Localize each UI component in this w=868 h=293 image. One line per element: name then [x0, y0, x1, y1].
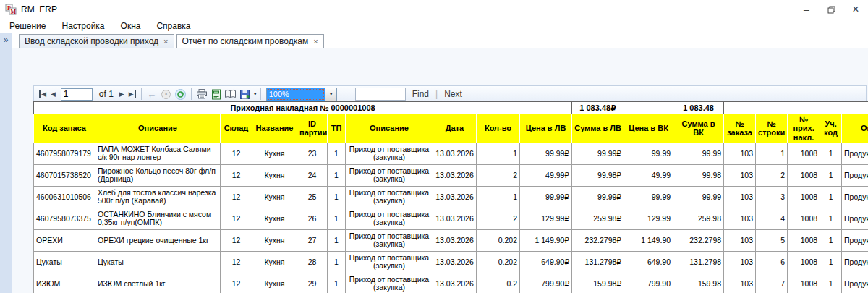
table-cell: 1	[328, 251, 346, 273]
table-cell: Кухня	[252, 164, 297, 186]
table-cell: Приход от поставщика (закупка)	[346, 251, 433, 273]
report-toolbar: ◀ ◀ of 1 ▶ ▶ ← ×	[33, 85, 867, 103]
next-button[interactable]: Next	[444, 89, 462, 99]
print-button[interactable]	[195, 88, 208, 100]
search-input[interactable]	[355, 88, 406, 101]
table-cell: 5	[756, 229, 788, 251]
current-page-input[interactable]	[61, 88, 93, 101]
table-cell: 12	[221, 186, 252, 208]
table-cell: 103	[724, 273, 756, 293]
refresh-button[interactable]	[174, 88, 187, 100]
table-cell: Продукт	[842, 208, 868, 229]
column-header-7: Описание	[346, 114, 433, 143]
document-tab-2[interactable]: Отчёт по складским проводкам×	[176, 34, 324, 48]
last-page-button[interactable]: ▶	[127, 90, 138, 98]
table-cell: 4607015738520	[34, 164, 95, 186]
report-data-row-6: ЦукатыЦукаты12Кухня281Приход от поставщи…	[34, 251, 868, 273]
table-cell: 649.90₽	[520, 251, 572, 273]
column-header-13: Сумма в ВК	[673, 114, 724, 143]
table-cell: 0.2	[477, 273, 520, 293]
column-header-3: Склад	[221, 114, 252, 143]
export-button[interactable]	[239, 88, 252, 100]
table-cell: 4	[756, 208, 788, 229]
table-cell: 1	[328, 208, 346, 229]
export-dropdown-caret-icon[interactable]: ▼	[253, 92, 258, 96]
document-tab-strip: Ввод складской проводки приход×Отчёт по …	[0, 33, 868, 48]
table-cell: ОРЕХИ	[34, 229, 95, 251]
page-setup-button[interactable]	[224, 88, 237, 100]
table-cell: 99.99	[624, 186, 673, 208]
table-cell: 2	[756, 164, 788, 186]
table-cell: 2	[477, 164, 520, 186]
table-cell: 12	[221, 164, 252, 186]
minimize-button[interactable]: –	[794, 0, 819, 19]
table-cell: ИЗЮМ	[34, 273, 95, 293]
table-cell: 1	[820, 229, 842, 251]
next-page-icon: ▶	[119, 90, 124, 98]
table-cell: 1	[328, 186, 346, 208]
table-cell: 1	[477, 143, 520, 164]
table-cell: 1008	[788, 164, 820, 186]
table-cell: 13.03.2026	[433, 164, 477, 186]
table-cell: 1	[820, 143, 842, 164]
table-cell: 13.03.2026	[433, 143, 477, 164]
table-cell: 12	[221, 251, 252, 273]
table-cell: Кухня	[252, 229, 297, 251]
column-header-18: Оп	[842, 114, 868, 143]
close-button[interactable]: ×	[843, 0, 868, 19]
table-cell: 1008	[788, 143, 820, 164]
table-cell: 259.98₽	[572, 208, 624, 229]
first-page-button[interactable]: ◀	[37, 90, 48, 98]
table-cell: ОРЕХИ грецкие очищенные 1кг	[95, 229, 221, 251]
save-export-icon	[239, 89, 250, 100]
table-cell: 799.90	[624, 273, 673, 293]
table-cell: 13.03.2026	[433, 186, 477, 208]
rm-erp-window: { "window": { "title": "RM_ERP", "contro…	[0, 0, 868, 293]
zoom-select[interactable]: 100% ▼	[266, 88, 337, 101]
table-cell: Приход от поставщика (закупка)	[346, 273, 433, 293]
column-header-2: Описание	[95, 114, 221, 143]
stop-rendering-button[interactable]: ×	[160, 88, 173, 100]
back-to-parent-button[interactable]: ←	[145, 88, 158, 100]
table-cell: 99.99₽	[572, 186, 624, 208]
table-cell: 1	[820, 273, 842, 293]
next-page-button[interactable]: ▶	[117, 90, 127, 98]
tab-overflow-chevron-icon[interactable]: »	[0, 33, 12, 46]
total-sum-lv: 1 083.48₽	[572, 102, 624, 114]
zoom-dropdown-button[interactable]: ▼	[325, 88, 336, 101]
table-cell: 103	[724, 143, 756, 164]
total-sum-vk: 1 083.48	[673, 102, 724, 114]
report-viewer-area: ◀ ◀ of 1 ▶ ▶ ← ×	[12, 48, 868, 293]
column-header-9: Кол-во	[477, 114, 520, 143]
table-cell: 99.99₽	[520, 143, 572, 164]
table-cell: 1	[328, 273, 346, 293]
menu-item-4[interactable]: Справка	[150, 20, 197, 33]
print-layout-button[interactable]	[210, 88, 223, 100]
report-header-row: Код запасаОписаниеСкладНазваниеID партии…	[34, 114, 868, 143]
restore-button[interactable]	[819, 0, 843, 19]
table-cell: 1	[328, 143, 346, 164]
menu-item-1[interactable]: Решение	[3, 20, 52, 33]
table-cell: Кухня	[252, 251, 297, 273]
report-title: Приходная накладная № 0000001008	[34, 102, 572, 114]
table-cell: 103	[724, 251, 756, 273]
table-cell: 1 149.90₽	[520, 229, 572, 251]
table-cell: 103	[724, 229, 756, 251]
svg-text:M: M	[10, 9, 16, 15]
menu-item-3[interactable]: Окна	[114, 20, 148, 33]
find-button[interactable]: Find	[412, 89, 429, 99]
table-cell: 103	[724, 164, 756, 186]
previous-page-button[interactable]: ◀	[48, 90, 58, 98]
column-header-10: Цена в ЛВ	[520, 114, 572, 143]
column-header-8: Дата	[433, 114, 477, 143]
tab-close-icon[interactable]: ×	[313, 38, 318, 46]
report-title-row: Приходная накладная № 00000010081 083.48…	[34, 102, 868, 114]
tab-close-icon[interactable]: ×	[163, 38, 168, 46]
document-tab-1[interactable]: Ввод складской проводки приход×	[19, 34, 174, 48]
zoom-dropdown-caret-icon: ▼	[329, 92, 333, 96]
menu-item-2[interactable]: Настройка	[55, 20, 111, 33]
menu-bar: РешениеНастройкаОкнаСправка	[0, 19, 868, 33]
table-cell: 23	[297, 143, 328, 164]
empty-total-cell	[724, 102, 868, 114]
last-page-icon: ▶	[129, 90, 136, 98]
